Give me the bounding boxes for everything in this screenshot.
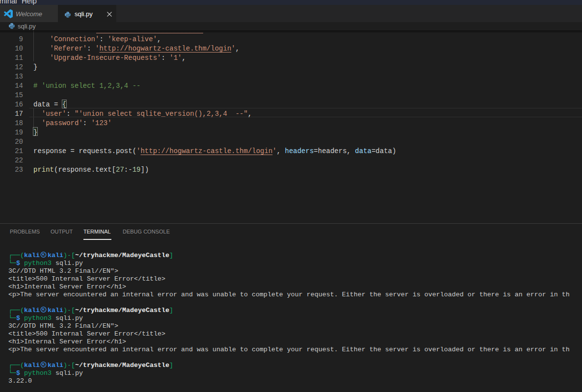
- svg-text:K: K: [42, 252, 45, 257]
- svg-text:K: K: [42, 307, 45, 312]
- svg-text:K: K: [42, 362, 45, 366]
